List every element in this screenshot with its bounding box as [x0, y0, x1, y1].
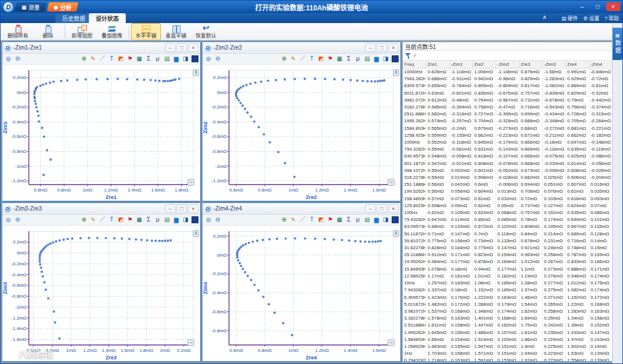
pen-icon[interactable]: ✎	[289, 55, 298, 63]
settings-button[interactable]: ⚙ 设置	[583, 14, 599, 22]
x-pan-chip[interactable]: ⇔	[187, 339, 194, 346]
maximize-icon[interactable]: □	[177, 43, 187, 52]
minimize-icon[interactable]: –	[165, 204, 175, 213]
save-icon[interactable]: ◨	[181, 55, 190, 63]
tab-analysis[interactable]: ◆ 分析	[47, 2, 78, 12]
text-label-icon[interactable]: T	[307, 55, 316, 63]
chart-canvas[interactable]: 0.6mΩ0.8mΩ1mΩ1.2mΩ1.4mΩ1.6mΩ1.8mΩ0.2mΩ0m…	[2, 65, 200, 201]
table-row[interactable]: 100Hz0.62mΩ0.105mΩ0.633mΩ0.068mΩ0.757mΩ0…	[403, 209, 613, 216]
y-pan-chip[interactable]: ⇕	[193, 230, 199, 237]
close-icon[interactable]: ×	[188, 204, 198, 213]
minimize-icon[interactable]: –	[165, 43, 175, 52]
pen-icon[interactable]: ✎	[89, 216, 97, 224]
table-row[interactable]: 3.162278Hz1.578mΩ0.163mΩ1.401mΩ0.168mΩ1.…	[403, 315, 613, 322]
table-row[interactable]: 63.09573Hz0.68mΩ0.133mΩ0.672mΩ0.102mΩ0.8…	[403, 223, 613, 230]
table-row[interactable]: 12.58925Hz1.17mΩ0.181mΩ1.01mΩ0.182mΩ1.19…	[403, 272, 613, 279]
grid-view-icon[interactable]: ▦	[135, 55, 144, 63]
maximize-icon[interactable]: □	[177, 204, 187, 213]
column-header[interactable]: -Zim2	[496, 61, 519, 69]
ruler-icon[interactable]: ／	[298, 216, 307, 224]
ruler-icon[interactable]: ／	[98, 55, 107, 63]
pan-icon[interactable]: ◎	[4, 216, 13, 224]
delete-button[interactable]: 删除	[33, 23, 63, 40]
save-icon[interactable]: ◨	[381, 216, 390, 224]
close-icon[interactable]: ×	[388, 204, 399, 213]
tile-vertical-button[interactable]: 垂直平铺	[161, 23, 191, 40]
ruler-icon[interactable]: ／	[98, 216, 107, 224]
table-row[interactable]: 125.8925Hz0.598mΩ0.09mΩ0.62mΩ0.05mΩ0.737…	[403, 202, 613, 209]
y-pan-chip[interactable]: ⇕	[393, 69, 399, 76]
series-legend-swatch[interactable]	[392, 216, 399, 223]
table-row[interactable]: 251.1886Hz0.56mΩ0.042mΩ0.6mΩ-0.006mΩ0.69…	[403, 181, 613, 188]
close-icon[interactable]: ×	[188, 43, 198, 52]
data-sheet-icon[interactable]: ▤	[363, 216, 371, 224]
table-row[interactable]: 10Hz1.257mΩ0.183mΩ1.08mΩ0.185mΩ1.28mΩ0.2…	[403, 280, 613, 287]
table-row[interactable]: 0.7943282Hz1.718mΩ0.163mΩ1.591mΩ0.153mΩ1…	[403, 357, 613, 362]
side-tab-data[interactable]: ▦ 数据	[613, 28, 622, 60]
impedance-data-table[interactable]: FreqZre1-Zim1Zre2-Zim2Zre3-Zim3Zre4-Zim4…	[403, 61, 613, 362]
filter-funnel-icon[interactable]	[405, 52, 411, 59]
sigma-stats-icon[interactable]: Σ	[144, 55, 153, 63]
zoom-window-icon[interactable]: ⊖	[213, 55, 222, 63]
table-row[interactable]: 3162.278Hz0.586mΩ-0.394mΩ0.758mΩ-0.47mΩ0…	[403, 104, 613, 111]
table-row[interactable]: 3.981072Hz1.537mΩ0.168mΩ1.348mΩ0.174mΩ1.…	[403, 307, 613, 314]
mean-stats-icon[interactable]: μ	[354, 216, 362, 224]
chart-canvas[interactable]: 0.6mΩ0.8mΩ1mΩ1.2mΩ1.4mΩ1.6mΩ0.2mΩ0mΩ-0.2…	[202, 226, 400, 361]
table-row[interactable]: 630.9573Hz0.548mΩ-0.058mΩ0.618mΩ-0.107mΩ…	[403, 153, 613, 160]
table-row[interactable]: 5.011872Hz1.482mΩ0.172mΩ1.288mΩ0.179mΩ1.…	[403, 301, 613, 307]
zoom-in-icon[interactable]: ⊕	[280, 55, 288, 63]
bar-chart-icon[interactable]: ▆	[372, 216, 381, 224]
tab-measure[interactable]: ▣ 测量	[14, 2, 47, 12]
tab-design-state[interactable]: 设计状态	[89, 13, 126, 23]
add-view-button[interactable]: 新增视图	[67, 23, 97, 40]
table-row[interactable]: 79.43282Hz0.647mΩ0.119mΩ0.65mΩ0.085mΩ0.7…	[403, 216, 613, 223]
window-titlebar[interactable]: D -Zim2-Zre2 – □ ×	[202, 42, 400, 54]
table-row[interactable]: 1.995262Hz1.645mΩ0.155mΩ1.486mΩ0.157mΩ1.…	[403, 329, 613, 336]
tab-history-data[interactable]: 历史数据	[55, 13, 93, 23]
column-header[interactable]: -Zim4	[589, 61, 612, 69]
pan-icon[interactable]: ◎	[4, 55, 13, 63]
marker-flag-icon[interactable]: ⚑	[326, 216, 335, 224]
marker-flag-icon[interactable]: ⚑	[326, 55, 335, 63]
x-pan-chip[interactable]: ⇔	[187, 179, 194, 186]
table-row[interactable]: 39.81072Hz0.775mΩ0.156mΩ0.734mΩ0.133mΩ0.…	[403, 237, 613, 244]
table-row[interactable]: 398.1072Hz0.55mΩ0.002mΩ0.601mΩ-0.052mΩ0.…	[403, 167, 613, 174]
save-icon[interactable]: ◨	[381, 55, 390, 63]
table-row[interactable]: 2511.886Hz0.582mΩ-0.316mΩ0.727mΩ-0.395mΩ…	[403, 111, 613, 118]
x-pan-chip[interactable]: ⇔	[388, 339, 395, 346]
column-header[interactable]: -Zim1	[449, 61, 472, 69]
delete-all-button[interactable]: 删除所有	[3, 23, 33, 40]
maximize-icon[interactable]: □	[591, 2, 605, 11]
palette-icon[interactable]: ◩	[117, 55, 125, 63]
marker-flag-icon[interactable]: ⚑	[126, 55, 134, 63]
table-row[interactable]: 1258.925Hz0.559mΩ-0.155mΩ0.662mΩ-0.223mΩ…	[403, 132, 613, 138]
collapse-ribbon-icon[interactable]: ∧	[541, 14, 549, 20]
palette-icon[interactable]: ◩	[317, 216, 325, 224]
table-row[interactable]: 2.511886Hz1.611mΩ0.158mΩ1.447mΩ0.162mΩ1.…	[403, 322, 613, 329]
table-row[interactable]: 5011.872Hz0.63mΩ-0.601mΩ0.835mΩ-0.675mΩ0…	[403, 89, 613, 96]
table-row[interactable]: 6309.573Hz0.655mΩ-0.784mΩ0.895mΩ-0.809mΩ…	[403, 82, 613, 89]
table-row[interactable]: 1.258925Hz1.683mΩ0.155mΩ1.547mΩ0.151mΩ1.…	[403, 343, 613, 350]
sigma-stats-icon[interactable]: Σ	[344, 216, 353, 224]
grid-view-icon[interactable]: ▦	[335, 55, 344, 63]
column-header[interactable]: Zre4	[566, 61, 589, 69]
bar-chart-icon[interactable]: ▆	[172, 55, 181, 63]
nyquist-plot[interactable]: 0.6mΩ0.8mΩ1mΩ1.2mΩ1.4mΩ1.6mΩ1.8mΩ2mΩ2.2m…	[2, 226, 200, 361]
table-row[interactable]: 7.943282Hz1.337mΩ0.18mΩ1.152mΩ0.185mΩ1.3…	[403, 287, 613, 294]
zoom-in-icon[interactable]: ⊕	[80, 216, 88, 224]
column-header[interactable]: Freq	[403, 61, 426, 69]
text-label-icon[interactable]: T	[107, 55, 116, 63]
chart-canvas[interactable]: 0.6mΩ0.8mΩ1mΩ1.2mΩ1.4mΩ1.6mΩ1.8mΩ2mΩ2.2m…	[2, 226, 200, 361]
close-icon[interactable]: ×	[606, 2, 620, 11]
column-header[interactable]: -Zim3	[542, 61, 565, 69]
table-row[interactable]: 158.4893Hz0.57mΩ0.073mΩ0.61mΩ0.032mΩ0.72…	[403, 195, 613, 202]
table-row[interactable]: 6.309573Hz1.423mΩ0.176mΩ1.222mΩ0.183mΩ1.…	[403, 294, 613, 301]
y-pan-chip[interactable]: ⇕	[193, 69, 199, 76]
series-legend-swatch[interactable]	[192, 55, 198, 62]
mean-stats-icon[interactable]: μ	[354, 55, 362, 63]
sigma-stats-icon[interactable]: Σ	[144, 216, 153, 224]
y-pan-chip[interactable]: ⇕	[393, 230, 399, 237]
zoom-in-icon[interactable]: ⊕	[80, 55, 88, 63]
table-row[interactable]: 199.5262Hz0.56mΩ0.056mΩ0.604mΩ0.013mΩ0.7…	[403, 188, 613, 195]
table-row[interactable]: 794.3282Hz0.55mΩ-0.081mΩ0.631mΩ-0.143mΩ0…	[403, 146, 613, 153]
